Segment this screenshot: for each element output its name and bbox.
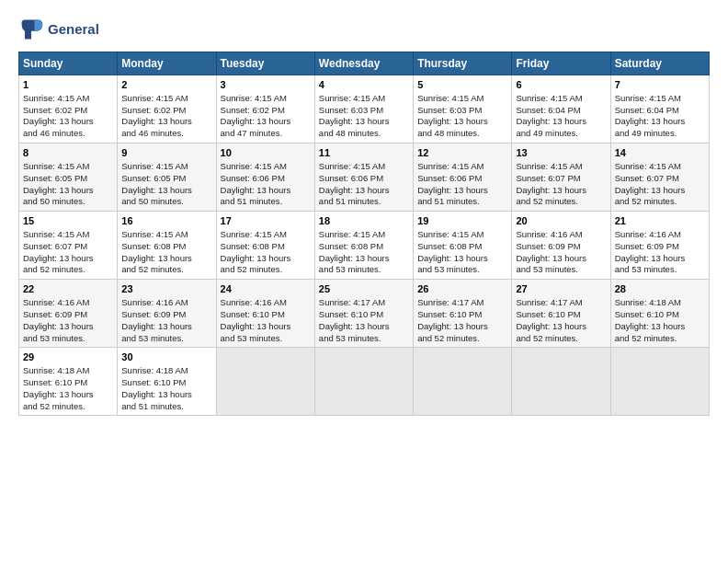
- calendar-page: General SundayMondayTuesdayWednesdayThur…: [0, 0, 728, 563]
- day-cell: 22Sunrise: 4:16 AMSunset: 6:09 PMDayligh…: [19, 280, 118, 348]
- day-cell: 4Sunrise: 4:15 AMSunset: 6:03 PMDaylight…: [314, 75, 413, 144]
- day-cell: 26Sunrise: 4:17 AMSunset: 6:10 PMDayligh…: [414, 280, 512, 348]
- day-cell: 8Sunrise: 4:15 AMSunset: 6:05 PMDaylight…: [19, 144, 118, 212]
- day-cell: 20Sunrise: 4:16 AMSunset: 6:09 PMDayligh…: [512, 212, 610, 280]
- day-number: 26: [417, 282, 507, 296]
- day-number: 23: [121, 282, 211, 296]
- day-cell: 19Sunrise: 4:15 AMSunset: 6:08 PMDayligh…: [414, 212, 512, 280]
- logo-text: General: [48, 21, 99, 37]
- day-number: 13: [516, 146, 606, 160]
- day-cell: 25Sunrise: 4:17 AMSunset: 6:10 PMDayligh…: [314, 280, 413, 348]
- day-cell: 9Sunrise: 4:15 AMSunset: 6:05 PMDaylight…: [118, 144, 216, 212]
- day-info: Sunrise: 4:15 AMSunset: 6:08 PMDaylight:…: [121, 229, 192, 274]
- day-cell: [216, 348, 314, 416]
- day-number: 15: [23, 214, 113, 228]
- day-cell: [414, 348, 512, 416]
- day-number: 7: [615, 78, 705, 92]
- day-info: Sunrise: 4:18 AMSunset: 6:10 PMDaylight:…: [121, 365, 192, 410]
- col-header-tuesday: Tuesday: [216, 52, 314, 75]
- day-cell: 23Sunrise: 4:16 AMSunset: 6:09 PMDayligh…: [118, 280, 216, 348]
- day-info: Sunrise: 4:15 AMSunset: 6:06 PMDaylight:…: [221, 161, 291, 206]
- day-number: 24: [221, 282, 311, 296]
- day-info: Sunrise: 4:15 AMSunset: 6:04 PMDaylight:…: [516, 93, 586, 138]
- day-info: Sunrise: 4:15 AMSunset: 6:03 PMDaylight:…: [417, 93, 488, 138]
- day-number: 25: [319, 282, 409, 296]
- day-number: 1: [23, 78, 113, 92]
- day-number: 22: [23, 282, 113, 296]
- col-header-wednesday: Wednesday: [314, 52, 413, 75]
- week-row-4: 22Sunrise: 4:16 AMSunset: 6:09 PMDayligh…: [19, 280, 710, 348]
- day-cell: 15Sunrise: 4:15 AMSunset: 6:07 PMDayligh…: [19, 212, 118, 280]
- day-info: Sunrise: 4:18 AMSunset: 6:10 PMDaylight:…: [615, 297, 686, 342]
- day-info: Sunrise: 4:15 AMSunset: 6:08 PMDaylight:…: [221, 229, 291, 274]
- day-cell: 14Sunrise: 4:15 AMSunset: 6:07 PMDayligh…: [610, 144, 709, 212]
- day-cell: 21Sunrise: 4:16 AMSunset: 6:09 PMDayligh…: [610, 212, 709, 280]
- day-number: 10: [221, 146, 311, 160]
- logo: General: [18, 17, 99, 42]
- day-number: 17: [221, 214, 311, 228]
- day-cell: 18Sunrise: 4:15 AMSunset: 6:08 PMDayligh…: [314, 212, 413, 280]
- day-number: 21: [615, 214, 705, 228]
- day-number: 2: [121, 78, 211, 92]
- day-info: Sunrise: 4:15 AMSunset: 6:07 PMDaylight:…: [23, 229, 94, 274]
- week-row-2: 8Sunrise: 4:15 AMSunset: 6:05 PMDaylight…: [19, 144, 710, 212]
- day-cell: 24Sunrise: 4:16 AMSunset: 6:10 PMDayligh…: [216, 280, 314, 348]
- day-info: Sunrise: 4:15 AMSunset: 6:02 PMDaylight:…: [121, 93, 192, 138]
- day-info: Sunrise: 4:18 AMSunset: 6:10 PMDaylight:…: [23, 365, 94, 410]
- col-header-monday: Monday: [118, 52, 216, 75]
- day-info: Sunrise: 4:17 AMSunset: 6:10 PMDaylight:…: [319, 297, 390, 342]
- day-cell: 6Sunrise: 4:15 AMSunset: 6:04 PMDaylight…: [512, 75, 610, 144]
- day-number: 3: [221, 78, 311, 92]
- day-cell: 29Sunrise: 4:18 AMSunset: 6:10 PMDayligh…: [19, 348, 118, 416]
- day-info: Sunrise: 4:17 AMSunset: 6:10 PMDaylight:…: [516, 297, 586, 342]
- col-header-saturday: Saturday: [610, 52, 709, 75]
- day-info: Sunrise: 4:15 AMSunset: 6:05 PMDaylight:…: [121, 161, 192, 206]
- day-cell: [314, 348, 413, 416]
- day-cell: 17Sunrise: 4:15 AMSunset: 6:08 PMDayligh…: [216, 212, 314, 280]
- day-number: 16: [121, 214, 211, 228]
- day-number: 18: [319, 214, 409, 228]
- header: General: [18, 17, 710, 42]
- day-number: 12: [417, 146, 507, 160]
- calendar-table: SundayMondayTuesdayWednesdayThursdayFrid…: [18, 52, 710, 416]
- col-header-sunday: Sunday: [19, 52, 118, 75]
- day-cell: 3Sunrise: 4:15 AMSunset: 6:02 PMDaylight…: [216, 75, 314, 144]
- day-cell: 30Sunrise: 4:18 AMSunset: 6:10 PMDayligh…: [118, 348, 216, 416]
- day-number: 14: [615, 146, 705, 160]
- day-number: 28: [615, 282, 705, 296]
- day-info: Sunrise: 4:16 AMSunset: 6:09 PMDaylight:…: [23, 297, 94, 342]
- day-info: Sunrise: 4:15 AMSunset: 6:07 PMDaylight:…: [516, 161, 586, 206]
- day-cell: 2Sunrise: 4:15 AMSunset: 6:02 PMDaylight…: [118, 75, 216, 144]
- day-info: Sunrise: 4:15 AMSunset: 6:08 PMDaylight:…: [417, 229, 488, 274]
- day-info: Sunrise: 4:15 AMSunset: 6:03 PMDaylight:…: [319, 93, 390, 138]
- day-info: Sunrise: 4:15 AMSunset: 6:02 PMDaylight:…: [23, 93, 94, 138]
- day-number: 30: [121, 350, 211, 364]
- day-cell: 5Sunrise: 4:15 AMSunset: 6:03 PMDaylight…: [414, 75, 512, 144]
- week-row-5: 29Sunrise: 4:18 AMSunset: 6:10 PMDayligh…: [19, 348, 710, 416]
- day-number: 19: [417, 214, 507, 228]
- day-cell: 7Sunrise: 4:15 AMSunset: 6:04 PMDaylight…: [610, 75, 709, 144]
- day-info: Sunrise: 4:15 AMSunset: 6:06 PMDaylight:…: [319, 161, 390, 206]
- header-row: SundayMondayTuesdayWednesdayThursdayFrid…: [19, 52, 710, 75]
- day-number: 11: [319, 146, 409, 160]
- col-header-friday: Friday: [512, 52, 610, 75]
- day-info: Sunrise: 4:15 AMSunset: 6:02 PMDaylight:…: [221, 93, 291, 138]
- day-cell: [610, 348, 709, 416]
- day-cell: 1Sunrise: 4:15 AMSunset: 6:02 PMDaylight…: [19, 75, 118, 144]
- day-info: Sunrise: 4:16 AMSunset: 6:10 PMDaylight:…: [221, 297, 291, 342]
- day-cell: 12Sunrise: 4:15 AMSunset: 6:06 PMDayligh…: [414, 144, 512, 212]
- day-cell: [512, 348, 610, 416]
- day-number: 29: [23, 350, 113, 364]
- day-number: 20: [516, 214, 606, 228]
- day-info: Sunrise: 4:16 AMSunset: 6:09 PMDaylight:…: [121, 297, 192, 342]
- day-number: 5: [417, 78, 507, 92]
- day-info: Sunrise: 4:15 AMSunset: 6:07 PMDaylight:…: [615, 161, 686, 206]
- week-row-3: 15Sunrise: 4:15 AMSunset: 6:07 PMDayligh…: [19, 212, 710, 280]
- day-number: 27: [516, 282, 606, 296]
- day-cell: 27Sunrise: 4:17 AMSunset: 6:10 PMDayligh…: [512, 280, 610, 348]
- day-cell: 13Sunrise: 4:15 AMSunset: 6:07 PMDayligh…: [512, 144, 610, 212]
- day-info: Sunrise: 4:15 AMSunset: 6:08 PMDaylight:…: [319, 229, 390, 274]
- week-row-1: 1Sunrise: 4:15 AMSunset: 6:02 PMDaylight…: [19, 75, 710, 144]
- day-cell: 28Sunrise: 4:18 AMSunset: 6:10 PMDayligh…: [610, 280, 709, 348]
- day-info: Sunrise: 4:17 AMSunset: 6:10 PMDaylight:…: [417, 297, 488, 342]
